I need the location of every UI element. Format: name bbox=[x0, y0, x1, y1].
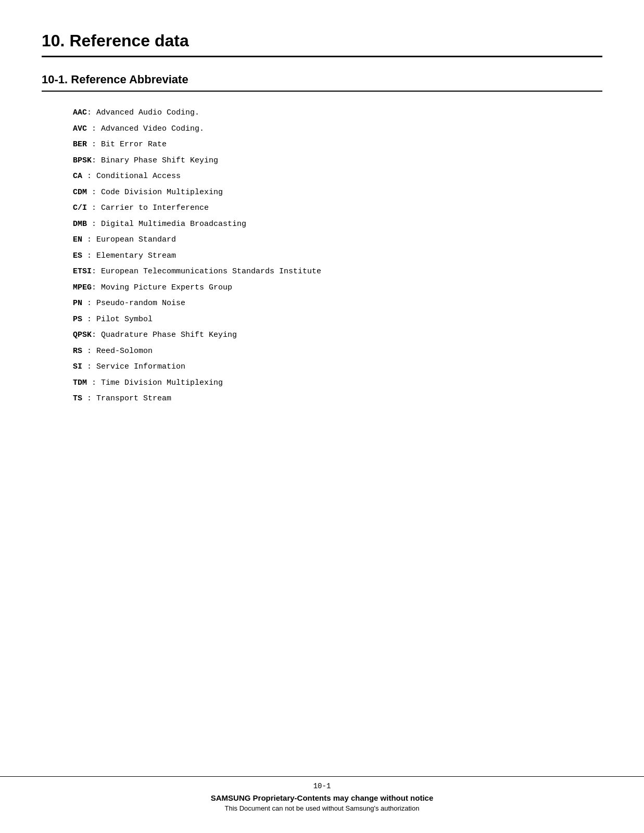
abbr-definition: : Moving Picture Experts Group bbox=[92, 283, 232, 292]
abbr-definition: : Bit Error Rate bbox=[87, 140, 167, 149]
abbr-term: AAC bbox=[73, 108, 87, 117]
abbr-definition: : Binary Phase Shift Keying bbox=[92, 156, 218, 165]
list-item: AVC : Advanced Video Coding. bbox=[73, 123, 602, 135]
abbr-term: RS bbox=[73, 347, 82, 356]
list-item: AAC: Advanced Audio Coding. bbox=[73, 107, 602, 119]
abbr-definition: : Service Information bbox=[82, 362, 185, 371]
list-item: TDM : Time Division Multiplexing bbox=[73, 377, 602, 389]
list-item: DMB : Digital Multimedia Broadcasting bbox=[73, 219, 602, 231]
list-item: PS : Pilot Symbol bbox=[73, 314, 602, 326]
abbr-definition: : Digital Multimedia Broadcasting bbox=[87, 220, 246, 229]
list-item: PN : Pseudo-random Noise bbox=[73, 298, 602, 310]
abbr-definition: : Code Division Multiplexing bbox=[87, 188, 223, 197]
abbr-term: MPEG bbox=[73, 283, 92, 292]
list-item: BER : Bit Error Rate bbox=[73, 139, 602, 151]
chapter-title: 10. Reference data bbox=[42, 31, 602, 57]
abbr-definition: : Transport Stream bbox=[82, 394, 171, 403]
abbr-definition: : European Telecommunications Standards … bbox=[92, 267, 321, 276]
abbr-term: QPSK bbox=[73, 331, 92, 339]
list-item: CA : Conditional Access bbox=[73, 171, 602, 183]
abbr-definition: : Advanced Video Coding. bbox=[87, 124, 204, 133]
abbr-term: SI bbox=[73, 362, 82, 371]
abbr-definition: : Pilot Symbol bbox=[82, 315, 153, 324]
abbr-term: DMB bbox=[73, 220, 87, 229]
footer-document-text: This Document can not be used without Sa… bbox=[0, 804, 644, 812]
abbr-term: BPSK bbox=[73, 156, 92, 165]
abbr-term: C/I bbox=[73, 204, 87, 212]
section-title: 10-1. Reference Abbreviate bbox=[42, 73, 602, 92]
abbr-term: TS bbox=[73, 394, 82, 403]
list-item: EN : European Standard bbox=[73, 234, 602, 246]
footer-page-number: 10-1 bbox=[0, 782, 644, 790]
abbr-term: ES bbox=[73, 251, 82, 260]
abbr-term: ETSI bbox=[73, 267, 92, 276]
list-item: SI : Service Information bbox=[73, 361, 602, 373]
abbr-definition: : Reed-Solomon bbox=[82, 347, 153, 356]
list-item: QPSK: Quadrature Phase Shift Keying bbox=[73, 330, 602, 342]
abbr-definition: : Advanced Audio Coding. bbox=[87, 108, 199, 117]
page-container: 10. Reference data 10-1. Reference Abbre… bbox=[0, 0, 644, 833]
footer-proprietary-text: SAMSUNG Proprietary-Contents may change … bbox=[0, 793, 644, 802]
abbr-definition: : Conditional Access bbox=[82, 172, 181, 181]
abbr-term: PN bbox=[73, 299, 82, 308]
abbr-definition: : Time Division Multiplexing bbox=[87, 378, 223, 387]
list-item: RS : Reed-Solomon bbox=[73, 346, 602, 358]
abbr-definition: : Pseudo-random Noise bbox=[82, 299, 185, 308]
list-item: TS : Transport Stream bbox=[73, 393, 602, 405]
abbr-definition: : European Standard bbox=[82, 235, 176, 244]
footer: 10-1 SAMSUNG Proprietary-Contents may ch… bbox=[0, 776, 644, 812]
abbr-term: AVC bbox=[73, 124, 87, 133]
list-item: ES : Elementary Stream bbox=[73, 250, 602, 262]
list-item: ETSI: European Telecommunications Standa… bbox=[73, 266, 602, 278]
abbr-term: BER bbox=[73, 140, 87, 149]
abbr-term: EN bbox=[73, 235, 82, 244]
abbr-term: PS bbox=[73, 315, 82, 324]
abbr-definition: : Carrier to Interference bbox=[87, 204, 209, 212]
list-item: MPEG: Moving Picture Experts Group bbox=[73, 282, 602, 294]
abbr-definition: : Quadrature Phase Shift Keying bbox=[92, 331, 237, 339]
abbr-definition: : Elementary Stream bbox=[82, 251, 176, 260]
abbr-term: CA bbox=[73, 172, 82, 181]
abbr-term: CDM bbox=[73, 188, 87, 197]
list-item: BPSK: Binary Phase Shift Keying bbox=[73, 155, 602, 167]
abbr-term: TDM bbox=[73, 378, 87, 387]
abbreviations-list: AAC: Advanced Audio Coding.AVC : Advance… bbox=[73, 107, 602, 405]
list-item: C/I : Carrier to Interference bbox=[73, 203, 602, 214]
list-item: CDM : Code Division Multiplexing bbox=[73, 187, 602, 199]
